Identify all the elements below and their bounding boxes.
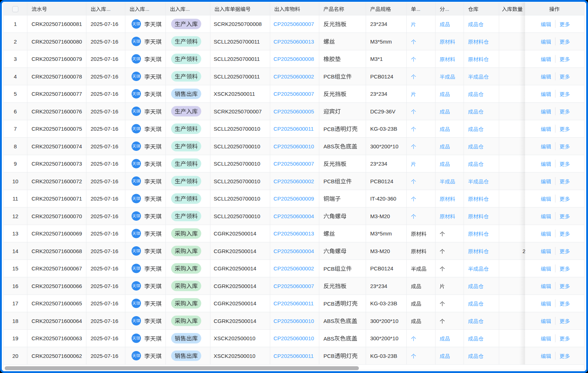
svg-text:15: 15 — [12, 265, 18, 271]
svg-text:5: 5 — [14, 91, 17, 97]
svg-text:2025-07-16: 2025-07-16 — [91, 161, 119, 167]
svg-text:2025-07-16: 2025-07-16 — [91, 196, 119, 202]
svg-text:KG-03-23B: KG-03-23B — [370, 300, 397, 306]
svg-text:300*200*10: 300*200*10 — [370, 318, 398, 324]
svg-text:PCB: PCB — [324, 353, 335, 359]
svg-text:CP20250600005: CP20250600005 — [273, 108, 314, 114]
svg-text:CRK2025071600067: CRK2025071600067 — [32, 265, 82, 271]
svg-text:SCLL20250700010: SCLL20250700010 — [214, 126, 260, 132]
svg-text:300*200*10: 300*200*10 — [370, 335, 398, 341]
svg-text:...: ... — [416, 6, 420, 12]
svg-text:CP20250600007: CP20250600007 — [273, 161, 314, 167]
svg-text:2025-07-16: 2025-07-16 — [91, 300, 119, 306]
svg-text:PCB: PCB — [324, 301, 335, 307]
svg-text:23*234: 23*234 — [370, 91, 387, 97]
svg-text:2025-07-16: 2025-07-16 — [91, 108, 119, 114]
svg-text:2025-07-16: 2025-07-16 — [91, 353, 119, 359]
svg-text:10: 10 — [12, 178, 18, 184]
svg-text:CP20250600008: CP20250600008 — [273, 56, 314, 62]
svg-text:2025-07-16: 2025-07-16 — [91, 91, 119, 97]
svg-text:PCB: PCB — [324, 266, 335, 272]
svg-text:CGRK202500014: CGRK202500014 — [214, 230, 256, 237]
svg-text:CRK2025071600081: CRK2025071600081 — [32, 21, 82, 27]
svg-text:2025-07-16: 2025-07-16 — [91, 56, 119, 62]
svg-text:CRK2025071600066: CRK2025071600066 — [32, 283, 82, 289]
svg-text:SCLL20250700011: SCLL20250700011 — [214, 56, 260, 62]
svg-text:CRK2025071600073: CRK2025071600073 — [32, 161, 82, 167]
svg-text:...: ... — [107, 6, 111, 12]
svg-text:CP20250600004: CP20250600004 — [273, 248, 314, 254]
svg-text:1: 1 — [14, 21, 17, 27]
svg-text:13: 13 — [12, 230, 18, 237]
svg-text:M3-M20: M3-M20 — [370, 248, 390, 254]
svg-text:17: 17 — [12, 300, 18, 306]
svg-text:2: 2 — [14, 39, 17, 45]
svg-text:SCLL20250700010: SCLL20250700010 — [214, 161, 260, 167]
svg-text:19: 19 — [12, 335, 18, 341]
svg-text:CP20250600007: CP20250600007 — [273, 21, 314, 27]
svg-text:SCRK20250700007: SCRK20250700007 — [214, 108, 262, 114]
svg-text:CGRK202500014: CGRK202500014 — [214, 248, 256, 254]
svg-text:SCLL20250700011: SCLL20250700011 — [214, 39, 260, 45]
svg-text:2025-07-16: 2025-07-16 — [91, 318, 119, 324]
svg-text:2025-07-16: 2025-07-16 — [91, 213, 119, 219]
svg-text:KG-03-23B: KG-03-23B — [370, 126, 397, 132]
svg-text:...: ... — [445, 6, 449, 12]
svg-text:CRK2025071600077: CRK2025071600077 — [32, 91, 82, 97]
svg-text:2025-07-16: 2025-07-16 — [91, 230, 119, 237]
svg-text:XSCK202500011: XSCK202500011 — [214, 91, 255, 97]
svg-text:CP20250600010: CP20250600010 — [273, 318, 314, 324]
svg-text:CP20250600007: CP20250600007 — [273, 283, 314, 289]
svg-text:CGRK202500014: CGRK202500014 — [214, 318, 256, 324]
svg-text:PCB0124: PCB0124 — [370, 73, 393, 80]
svg-text:CP20250600010: CP20250600010 — [273, 335, 314, 341]
svg-text:2025-07-16: 2025-07-16 — [91, 73, 119, 80]
svg-text:CP20250600004: CP20250600004 — [273, 213, 314, 219]
svg-text:CP20250600002: CP20250600002 — [273, 73, 314, 80]
svg-text:2025-07-16: 2025-07-16 — [91, 265, 119, 271]
svg-text:CP20250600002: CP20250600002 — [273, 178, 314, 184]
svg-text:SCLL20250700010: SCLL20250700010 — [214, 178, 260, 184]
svg-text:3: 3 — [14, 56, 17, 62]
svg-text:CRK2025071600075: CRK2025071600075 — [32, 126, 82, 132]
svg-text:CRK2025071600063: CRK2025071600063 — [32, 335, 82, 341]
svg-text:9: 9 — [14, 161, 17, 167]
svg-text:CP20250600011: CP20250600011 — [273, 353, 314, 359]
svg-text:DC29-36V: DC29-36V — [370, 108, 395, 114]
svg-text:2025-07-16: 2025-07-16 — [91, 178, 119, 184]
svg-text:CRK2025071600078: CRK2025071600078 — [32, 73, 82, 80]
svg-text:IT-420-360: IT-420-360 — [370, 196, 396, 202]
svg-text:14: 14 — [12, 248, 18, 254]
svg-text:M3*1: M3*1 — [370, 56, 383, 62]
svg-text:CRK2025071600062: CRK2025071600062 — [32, 353, 82, 359]
svg-text:PCB0124: PCB0124 — [370, 265, 393, 271]
svg-text:18: 18 — [12, 318, 18, 324]
svg-text:2025-07-16: 2025-07-16 — [91, 21, 119, 27]
svg-text:PCB: PCB — [324, 126, 335, 132]
svg-text:M3*5mm: M3*5mm — [370, 39, 392, 45]
svg-text:PCB: PCB — [324, 178, 335, 184]
svg-text:2025-07-16: 2025-07-16 — [91, 39, 119, 45]
svg-text:CRK2025071600065: CRK2025071600065 — [32, 300, 82, 306]
svg-text:23*234: 23*234 — [370, 21, 387, 27]
svg-text:CRK2025071600079: CRK2025071600079 — [32, 56, 82, 62]
svg-text:M3-M20: M3-M20 — [370, 213, 390, 219]
svg-text:2025-07-16: 2025-07-16 — [91, 335, 119, 341]
svg-text:23*234: 23*234 — [370, 161, 387, 167]
svg-text:CP20250600013: CP20250600013 — [273, 39, 314, 45]
svg-text:CP20250600009: CP20250600009 — [273, 196, 314, 202]
svg-text:CGRK202500014: CGRK202500014 — [214, 300, 256, 306]
svg-text:ABS: ABS — [324, 318, 334, 324]
svg-text:6: 6 — [14, 108, 17, 114]
svg-text:...: ... — [146, 6, 150, 12]
svg-text:8: 8 — [14, 143, 17, 149]
svg-text:CRK2025071600072: CRK2025071600072 — [32, 178, 82, 184]
svg-text:CRK2025071600080: CRK2025071600080 — [32, 39, 82, 45]
svg-text:ABS: ABS — [324, 336, 334, 342]
svg-text:SCLL20250700011: SCLL20250700011 — [214, 73, 260, 80]
svg-text:2025-07-16: 2025-07-16 — [91, 126, 119, 132]
svg-text:CRK2025071600068: CRK2025071600068 — [32, 248, 82, 254]
svg-text:2025-07-16: 2025-07-16 — [91, 283, 119, 289]
svg-text:SCLL20250700010: SCLL20250700010 — [214, 213, 260, 219]
svg-text:SCLL20250700010: SCLL20250700010 — [214, 143, 260, 149]
